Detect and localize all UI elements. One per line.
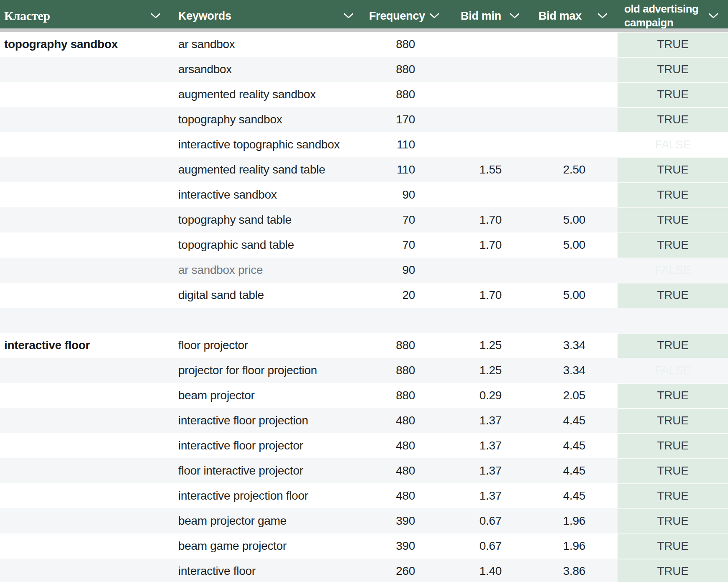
bid-max-cell[interactable]: 3.34 bbox=[528, 358, 618, 383]
keyword-cell[interactable]: interactive sandbox bbox=[167, 182, 360, 207]
bid-max-cell[interactable]: 4.45 bbox=[528, 408, 618, 433]
campaign-cell[interactable]: TRUE bbox=[618, 107, 728, 132]
frequency-cell[interactable]: 880 bbox=[360, 358, 444, 383]
frequency-cell[interactable]: 880 bbox=[360, 383, 444, 408]
frequency-cell[interactable]: 110 bbox=[360, 132, 444, 157]
keyword-cell[interactable]: ar sandbox price bbox=[167, 258, 360, 283]
cluster-cell[interactable] bbox=[0, 132, 167, 157]
frequency-cell[interactable]: 480 bbox=[360, 458, 444, 483]
bid-min-cell[interactable] bbox=[444, 132, 528, 157]
chevron-down-icon[interactable] bbox=[597, 13, 608, 19]
keyword-cell[interactable]: floor projector bbox=[167, 333, 360, 358]
frequency-cell[interactable]: 110 bbox=[360, 157, 444, 182]
keyword-cell[interactable]: beam projector game bbox=[167, 508, 360, 534]
bid-min-cell[interactable]: 1.25 bbox=[444, 358, 528, 383]
cluster-cell[interactable] bbox=[0, 232, 167, 258]
header-cell-bid-min[interactable]: Bid min bbox=[444, 0, 528, 30]
bid-max-cell[interactable]: 2.05 bbox=[528, 383, 618, 408]
bid-min-cell[interactable]: 1.37 bbox=[444, 458, 528, 483]
keyword-cell[interactable]: interactive topographic sandbox bbox=[167, 132, 360, 157]
chevron-down-icon[interactable] bbox=[343, 13, 354, 19]
frequency-cell[interactable]: 480 bbox=[360, 433, 444, 458]
bid-max-cell[interactable]: 4.45 bbox=[528, 483, 618, 508]
keyword-cell[interactable]: interactive floor projector bbox=[167, 433, 360, 458]
cluster-cell[interactable] bbox=[0, 57, 167, 82]
keyword-cell[interactable]: topographic sand table bbox=[167, 232, 360, 258]
campaign-cell[interactable]: FALSE bbox=[618, 132, 728, 157]
bid-max-cell[interactable] bbox=[528, 258, 618, 283]
cluster-cell[interactable] bbox=[0, 258, 167, 283]
keyword-cell[interactable]: interactive floor bbox=[167, 559, 360, 582]
bid-min-cell[interactable]: 1.70 bbox=[444, 207, 528, 232]
campaign-cell[interactable]: TRUE bbox=[618, 534, 728, 559]
cluster-cell[interactable] bbox=[0, 383, 167, 408]
cluster-cell[interactable] bbox=[0, 483, 167, 508]
bid-max-cell[interactable]: 2.50 bbox=[528, 157, 618, 182]
bid-max-cell[interactable]: 4.45 bbox=[528, 433, 618, 458]
frequency-cell[interactable]: 260 bbox=[360, 559, 444, 582]
bid-min-cell[interactable]: 1.25 bbox=[444, 333, 528, 358]
bid-max-cell[interactable]: 3.34 bbox=[528, 333, 618, 358]
frequency-cell[interactable]: 390 bbox=[360, 534, 444, 559]
keyword-cell[interactable]: beam game projector bbox=[167, 534, 360, 559]
campaign-cell[interactable]: TRUE bbox=[618, 82, 728, 107]
frequency-cell[interactable]: 880 bbox=[360, 57, 444, 82]
header-cell-cluster[interactable]: Кластер bbox=[0, 0, 167, 30]
campaign-cell[interactable]: TRUE bbox=[618, 508, 728, 534]
keyword-cell[interactable]: arsandbox bbox=[167, 57, 360, 82]
bid-min-cell[interactable]: 1.37 bbox=[444, 408, 528, 433]
bid-min-cell[interactable] bbox=[444, 82, 528, 107]
campaign-cell[interactable]: TRUE bbox=[618, 458, 728, 483]
keyword-cell[interactable]: digital sand table bbox=[167, 283, 360, 308]
bid-max-cell[interactable]: 4.45 bbox=[528, 458, 618, 483]
frequency-cell[interactable]: 880 bbox=[360, 32, 444, 57]
frequency-cell[interactable]: 880 bbox=[360, 333, 444, 358]
keyword-cell[interactable]: augmented reality sandbox bbox=[167, 82, 360, 107]
bid-min-cell[interactable]: 1.55 bbox=[444, 157, 528, 182]
cluster-cell[interactable] bbox=[0, 559, 167, 582]
bid-max-cell[interactable] bbox=[528, 32, 618, 57]
campaign-cell[interactable]: TRUE bbox=[618, 483, 728, 508]
header-cell-old-campaign[interactable]: old advertising campaign bbox=[618, 0, 728, 30]
header-cell-frequency[interactable]: Frequency bbox=[360, 0, 444, 30]
keyword-cell[interactable]: ar sandbox bbox=[167, 32, 360, 57]
bid-max-cell[interactable]: 1.96 bbox=[528, 508, 618, 534]
frequency-cell[interactable]: 480 bbox=[360, 483, 444, 508]
cluster-cell[interactable] bbox=[0, 82, 167, 107]
bid-min-cell[interactable] bbox=[444, 57, 528, 82]
cluster-cell[interactable] bbox=[0, 458, 167, 483]
chevron-down-icon[interactable] bbox=[151, 13, 161, 19]
frequency-cell[interactable]: 90 bbox=[360, 182, 444, 207]
bid-min-cell[interactable] bbox=[444, 107, 528, 132]
keyword-cell[interactable]: topography sand table bbox=[167, 207, 360, 232]
cluster-cell[interactable] bbox=[0, 358, 167, 383]
cluster-cell[interactable] bbox=[0, 207, 167, 232]
bid-min-cell[interactable]: 0.67 bbox=[444, 508, 528, 534]
bid-min-cell[interactable] bbox=[444, 258, 528, 283]
bid-max-cell[interactable] bbox=[528, 82, 618, 107]
chevron-down-icon[interactable] bbox=[510, 13, 520, 19]
keyword-cell[interactable]: interactive floor projection bbox=[167, 408, 360, 433]
bid-min-cell[interactable]: 1.37 bbox=[444, 433, 528, 458]
campaign-cell[interactable]: TRUE bbox=[618, 57, 728, 82]
cluster-cell[interactable] bbox=[0, 408, 167, 433]
bid-min-cell[interactable]: 0.29 bbox=[444, 383, 528, 408]
frequency-cell[interactable]: 480 bbox=[360, 408, 444, 433]
bid-min-cell[interactable]: 1.70 bbox=[444, 232, 528, 258]
bid-min-cell[interactable]: 1.70 bbox=[444, 283, 528, 308]
campaign-cell[interactable]: TRUE bbox=[618, 232, 728, 258]
campaign-cell[interactable]: TRUE bbox=[618, 182, 728, 207]
keyword-cell[interactable]: projector for floor projection bbox=[167, 358, 360, 383]
frequency-cell[interactable]: 70 bbox=[360, 207, 444, 232]
chevron-down-icon[interactable] bbox=[708, 13, 718, 19]
keyword-cell[interactable]: augmented reality sand table bbox=[167, 157, 360, 182]
cluster-cell[interactable]: interactive floor bbox=[0, 333, 167, 358]
bid-min-cell[interactable] bbox=[444, 182, 528, 207]
bid-max-cell[interactable] bbox=[528, 107, 618, 132]
bid-max-cell[interactable]: 5.00 bbox=[528, 232, 618, 258]
frequency-cell[interactable]: 880 bbox=[360, 82, 444, 107]
frequency-cell[interactable]: 390 bbox=[360, 508, 444, 534]
campaign-cell[interactable]: FALSE bbox=[618, 358, 728, 383]
cluster-cell[interactable] bbox=[0, 182, 167, 207]
bid-min-cell[interactable]: 1.37 bbox=[444, 483, 528, 508]
